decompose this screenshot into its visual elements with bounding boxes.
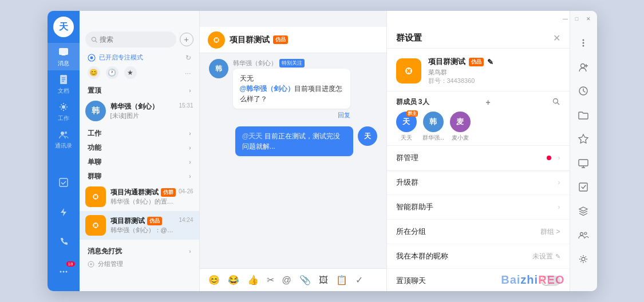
close-button[interactable]: ✕ xyxy=(584,15,592,23)
sidebar-item-messages[interactable]: 消息 xyxy=(48,43,80,70)
right-icon-more-options[interactable] xyxy=(572,31,595,54)
settings-group-division[interactable]: 所在分组 群组 > xyxy=(387,220,570,244)
chat-header-avatar xyxy=(208,31,225,49)
image-button[interactable]: 🖼 xyxy=(317,274,330,287)
settings-nickname[interactable]: 我在本群的昵称 未设置 ✎ xyxy=(387,244,570,269)
members-list: 天 群主 天天 韩 群华强... 麦 麦小麦 xyxy=(396,112,560,142)
user-avatar[interactable]: 天 xyxy=(53,17,74,37)
search-member-icon[interactable] xyxy=(552,98,560,107)
function-section-header[interactable]: 功能 › xyxy=(80,140,199,154)
no-disturb-section-header[interactable]: 消息免打扰 › xyxy=(80,243,199,257)
pin-toggle[interactable] xyxy=(541,276,560,286)
member-hanhuaqiang-name: 群华强... xyxy=(422,134,444,142)
member-item-tiantian[interactable]: 天 群主 天天 xyxy=(396,112,417,142)
right-icon-history[interactable] xyxy=(572,80,595,102)
thumbs-button[interactable]: 👍 xyxy=(246,273,260,287)
member-tiantian-avatar: 天 群主 xyxy=(396,112,417,132)
sidebar-item-phone[interactable] xyxy=(48,228,80,256)
search-input[interactable] xyxy=(100,35,170,43)
settings-close-button[interactable]: ✕ xyxy=(553,33,560,43)
sidebar-item-work[interactable]: 工作 xyxy=(48,98,80,125)
group-section-header[interactable]: 群聊 › xyxy=(80,168,199,182)
search-icon xyxy=(91,36,98,43)
sidebar-item-comms[interactable]: 通讯录 xyxy=(48,125,80,153)
sidebar-item-lightning[interactable] xyxy=(48,198,80,226)
laugh-button[interactable]: 😂 xyxy=(226,273,241,287)
group-info-avatar xyxy=(396,58,421,84)
project-comm-preview: 韩华强（剑心）的置置：直播测试 已... xyxy=(110,197,179,206)
group-info-text: 项目群测试 仿品 ✎ 菜鸟群 群号：34438360 xyxy=(428,57,560,85)
svg-point-25 xyxy=(583,45,584,47)
focus-mode-icon xyxy=(88,54,96,62)
member-maixiaomai-name: 麦小麦 xyxy=(452,134,469,142)
msg2-avatar: 天 xyxy=(358,126,377,146)
settings-upgrade-group[interactable]: 升级群 › xyxy=(387,170,570,195)
group-name-edit-icon[interactable]: ✎ xyxy=(487,58,493,66)
group-mgmt-arrow: › xyxy=(558,154,560,162)
title-bar-buttons: — □ ✕ xyxy=(562,15,592,23)
msg1-content: 韩华强（剑心） 特别关注 天无 @韩华强（剑心）目前项目进度怎么样了？ 回复 xyxy=(233,59,351,120)
settings-smart-assistant[interactable]: 智能群助手 › xyxy=(387,195,570,220)
search-box[interactable] xyxy=(85,31,176,47)
work-section-header[interactable]: 工作 › xyxy=(80,125,199,140)
chat-item-project-comm[interactable]: 项目沟通群测试 仿群 韩华强（剑心）的置置：直播测试 已... 04-26 xyxy=(80,182,199,211)
nickname-edit-icon[interactable]: ✎ xyxy=(555,253,560,260)
message-2: 天 @天天 目前正在测试，测试完没问题就解... xyxy=(209,126,377,156)
hanhuaqiang-time: 15:31 xyxy=(179,102,193,109)
svg-point-10 xyxy=(62,271,64,273)
svg-point-12 xyxy=(92,37,96,41)
sidebar-item-task[interactable] xyxy=(48,169,80,196)
chat-messages: 韩 韩华强（剑心） 特别关注 天无 @韩华强（剑心）目前项目进度怎么样了？ 回复… xyxy=(200,53,386,268)
project-comm-avatar xyxy=(85,186,106,207)
action-more[interactable]: ··· xyxy=(185,69,191,77)
sidebar-item-more[interactable]: 18 xyxy=(48,258,80,285)
minimize-button[interactable]: — xyxy=(562,15,570,23)
refresh-icon[interactable]: ↻ xyxy=(185,54,191,62)
pinned-section-header[interactable]: 置顶 › xyxy=(80,82,199,97)
right-icon-checklist[interactable] xyxy=(572,176,595,198)
settings-group-management[interactable]: 群管理 › xyxy=(387,146,570,170)
right-icon-add-contact[interactable] xyxy=(572,55,595,78)
sidebar-item-docs[interactable]: 文档 xyxy=(48,70,80,98)
chat-item-project-test[interactable]: 项目群测试 仿品 韩华强（剑心）：@天天 目前正在测试... 14:24 xyxy=(80,211,199,240)
notification-badge: 18 xyxy=(66,261,75,267)
svg-point-24 xyxy=(583,42,584,44)
settings-pin-chat[interactable]: 置顶聊天 xyxy=(387,269,570,291)
right-icon-star[interactable] xyxy=(572,128,595,150)
maximize-button[interactable]: □ xyxy=(573,15,581,23)
msg1-tag: 特别关注 xyxy=(279,59,305,67)
right-icon-folder[interactable] xyxy=(572,104,595,126)
settings-list: 群管理 › 升级群 › 智能群助手 › 所在分组 群组 > 我在本群的昵称 未设… xyxy=(387,146,570,291)
right-icon-settings[interactable] xyxy=(572,248,595,271)
upgrade-arrow: › xyxy=(558,178,560,186)
right-icon-tv[interactable] xyxy=(572,152,595,174)
project-comm-tag: 仿群 xyxy=(161,188,176,197)
right-icon-team[interactable] xyxy=(572,224,595,247)
msg1-reply[interactable]: 回复 xyxy=(233,111,351,120)
sub-manage-row[interactable]: 分组管理 xyxy=(80,257,199,271)
single-section-header[interactable]: 单聊 › xyxy=(80,154,199,168)
star-action[interactable]: ★ xyxy=(124,66,137,79)
at-button[interactable]: @ xyxy=(280,274,293,287)
right-icon-layers[interactable] xyxy=(572,200,595,222)
project-test-tag: 仿品 xyxy=(147,217,162,225)
members-section: 群成员 3人 + 天 群主 天天 韩 群华强... xyxy=(387,92,570,146)
sidebar-docs-label: 文档 xyxy=(58,87,69,95)
group-info-card: 项目群测试 仿品 ✎ 菜鸟群 群号：34438360 xyxy=(387,49,570,92)
group-id: 群号：34438360 xyxy=(428,77,560,85)
smiley-action[interactable]: 😊 xyxy=(88,66,100,79)
attach-button[interactable]: 📎 xyxy=(298,273,313,287)
add-chat-button[interactable]: + xyxy=(180,33,193,46)
member-item-maixiaomai[interactable]: 麦 麦小麦 xyxy=(450,112,471,142)
add-member-icon[interactable]: + xyxy=(485,98,490,107)
group-sub-label: 菜鸟群 xyxy=(428,68,560,77)
sidebar-comms-label: 通讯录 xyxy=(55,142,72,150)
check-button[interactable]: ✓ xyxy=(354,273,365,287)
member-item-hanhuaqiang[interactable]: 韩 群华强... xyxy=(422,112,444,142)
chat-item-hanhuaqiang[interactable]: 韩 韩华强（剑心） [未读]图片 15:31 xyxy=(80,97,199,125)
hanhuaqiang-preview: [未读]图片 xyxy=(110,112,179,120)
emoji-button[interactable]: 😊 xyxy=(207,273,222,287)
clipboard-button[interactable]: 📋 xyxy=(334,273,349,287)
scissors-button[interactable]: ✂ xyxy=(265,273,276,287)
clock-action[interactable]: 🕐 xyxy=(106,66,118,79)
